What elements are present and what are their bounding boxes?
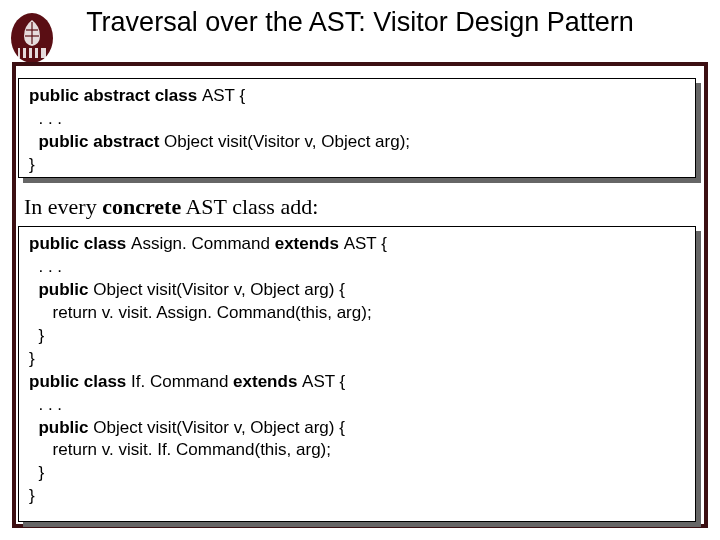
svg-rect-4	[32, 48, 35, 58]
code-text: . . .	[29, 257, 62, 276]
code-text: }	[29, 463, 44, 482]
code-text: }	[29, 326, 44, 345]
svg-rect-3	[26, 48, 29, 58]
code-text: public	[29, 418, 93, 437]
code-text: extends	[275, 234, 344, 253]
text: AST class add:	[181, 194, 318, 219]
code-block-abstract-ast: public abstract class AST { . . . public…	[18, 78, 696, 178]
svg-rect-5	[38, 48, 41, 58]
code-text: }	[29, 155, 35, 174]
text: In every	[24, 194, 102, 219]
code-text: public class	[29, 234, 131, 253]
code-text: public class	[29, 372, 131, 391]
code-text: return v. visit. Assign. Command(this, a…	[29, 303, 372, 322]
code-text: Object visit(Visitor v, Object arg) {	[93, 280, 345, 299]
code-text: }	[29, 349, 35, 368]
code-text: Object visit(Visitor v, Object arg) {	[93, 418, 345, 437]
inter-text: In every concrete AST class add:	[22, 194, 320, 220]
code-text: If. Command	[131, 372, 233, 391]
code-text: public abstract	[29, 132, 164, 151]
code-text: . . .	[29, 395, 62, 414]
code-text: return v. visit. If. Command(this, arg);	[29, 440, 331, 459]
code-text: Assign. Command	[131, 234, 275, 253]
svg-rect-2	[20, 48, 23, 58]
code-text: extends	[233, 372, 302, 391]
code-text: }	[29, 486, 35, 505]
text-bold: concrete	[102, 194, 181, 219]
code-text: AST {	[202, 86, 245, 105]
code-text: Object visit(Visitor v, Object arg);	[164, 132, 410, 151]
code-text: public abstract class	[29, 86, 202, 105]
code-text: . . .	[29, 109, 62, 128]
slide-title: Traversal over the AST: Visitor Design P…	[0, 6, 720, 40]
code-text: AST {	[302, 372, 345, 391]
code-text: AST {	[344, 234, 387, 253]
code-text: public	[29, 280, 93, 299]
code-block-concrete-classes: public class Assign. Command extends AST…	[18, 226, 696, 522]
